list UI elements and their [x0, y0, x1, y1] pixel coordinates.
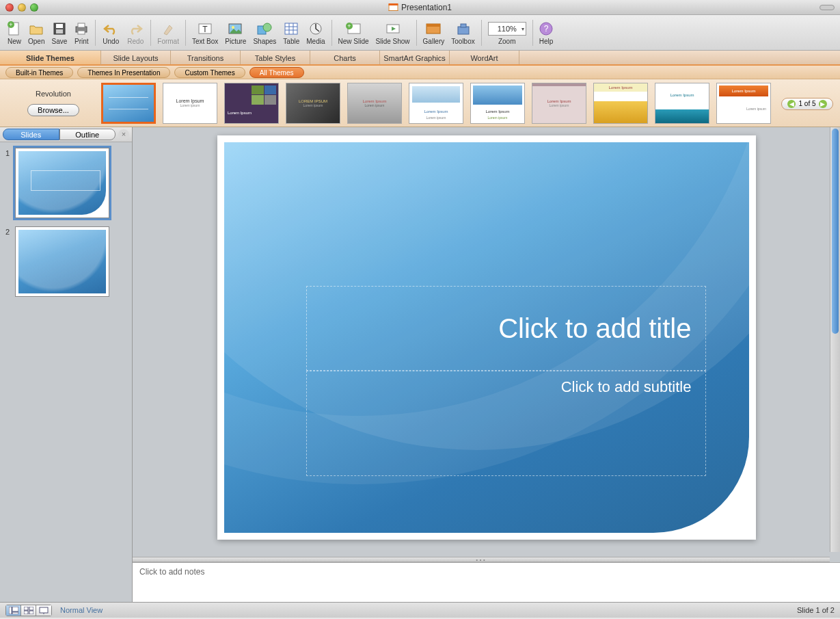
svg-rect-4 [56, 24, 63, 28]
theme-thumb-1[interactable]: Lorem IpsumLorem ipsum [163, 83, 217, 124]
main-toolbar: +New Open Save Print Undo Redo Format TT… [0, 15, 840, 51]
svg-point-14 [263, 23, 271, 31]
svg-text:?: ? [544, 24, 549, 34]
slides-outline-pane: Slides Outline × 1 2 [0, 127, 133, 602]
svg-text:+: + [347, 23, 351, 29]
svg-rect-8 [78, 31, 85, 34]
titlebar-pill-button[interactable] [819, 5, 835, 10]
svg-rect-34 [24, 607, 28, 610]
svg-text:+: + [9, 21, 12, 28]
close-window-button[interactable] [5, 3, 14, 12]
pane-tab-slides[interactable]: Slides [3, 129, 59, 140]
titlebar: Presentation1 [0, 0, 840, 15]
svg-rect-36 [24, 611, 28, 614]
view-sorter-button[interactable] [21, 605, 36, 616]
svg-rect-37 [29, 611, 33, 614]
new-slide-button[interactable]: +New Slide [335, 20, 372, 45]
svg-rect-33 [12, 612, 18, 614]
table-button[interactable]: Table [280, 20, 303, 45]
theme-thumb-6[interactable]: Lorem IpsumLorem ipsum [470, 83, 525, 124]
print-button[interactable]: Print [70, 20, 92, 45]
gallery-button[interactable]: Gallery [420, 20, 448, 45]
svg-point-12 [232, 26, 234, 29]
theme-subtabs: Built-in Themes Themes In Presentation C… [0, 66, 840, 79]
app-document-icon [388, 3, 398, 11]
theme-thumb-9[interactable]: Lorem Ipsum [655, 83, 709, 124]
slide-thumbnail-1[interactable]: 1 [5, 148, 126, 218]
theme-thumb-revolution[interactable] [101, 83, 156, 124]
slideshow-button[interactable]: Slide Show [372, 20, 414, 45]
shapes-button[interactable]: Shapes [249, 20, 280, 45]
ribbon-tabs: Slide Themes Slide Layouts Transitions T… [0, 51, 840, 66]
ribbon-tab-transitions[interactable]: Transitions [171, 51, 241, 64]
notes-pane[interactable]: Click to add notes [133, 562, 840, 602]
ribbon-tab-wordart[interactable]: WordArt [450, 51, 519, 64]
browse-themes-button[interactable]: Browse... [27, 104, 79, 116]
slide-counter: Slide 1 of 2 [797, 606, 835, 614]
svg-rect-27 [458, 27, 469, 34]
zoom-window-button[interactable] [30, 3, 38, 12]
theme-thumb-3[interactable]: LOREM IPSUMLorem ipsum [286, 83, 340, 124]
svg-rect-26 [426, 24, 440, 27]
ribbon-tab-table-styles[interactable]: Table Styles [241, 51, 310, 64]
media-button[interactable]: Media [303, 20, 328, 45]
ribbon-tab-smartart[interactable]: SmartArt Graphics [380, 51, 450, 64]
view-normal-button[interactable] [6, 605, 21, 616]
minimize-window-button[interactable] [18, 3, 26, 12]
svg-rect-5 [56, 29, 63, 34]
help-button[interactable]: ?Help [536, 20, 557, 45]
theme-thumb-2[interactable]: Lorem Ipsum [224, 83, 279, 124]
slide-canvas[interactable]: Click to add title Click to add subtitle [217, 135, 756, 540]
zoom-control[interactable]: 110%▾Zoom [485, 20, 530, 45]
svg-rect-7 [78, 23, 85, 27]
pane-close-button[interactable]: × [118, 129, 129, 140]
theme-pager[interactable]: ◀ 1 of 5 ▶ [781, 98, 832, 110]
theme-thumb-7[interactable]: Lorem IpsumLorem ipsum [532, 83, 586, 124]
view-label: Normal View [60, 606, 103, 614]
subtab-themes-in-presentation[interactable]: Themes In Presentation [77, 67, 170, 78]
vertical-scrollbar[interactable] [830, 127, 840, 552]
undo-button[interactable]: Undo [98, 20, 123, 45]
pager-prev-icon[interactable]: ◀ [787, 100, 796, 108]
picture-button[interactable]: Picture [221, 20, 249, 45]
subtab-custom-themes[interactable]: Custom Themes [174, 67, 245, 78]
title-placeholder[interactable]: Click to add title [306, 286, 706, 371]
theme-gallery: Revolution Browse... Lorem IpsumLorem ip… [0, 79, 840, 127]
svg-rect-35 [29, 607, 33, 610]
ribbon-tab-slide-layouts[interactable]: Slide Layouts [101, 51, 171, 64]
open-button[interactable]: Open [25, 20, 48, 45]
toolbox-button[interactable]: Toolbox [448, 20, 478, 45]
svg-rect-15 [285, 23, 297, 34]
theme-thumb-10[interactable]: Lorem IpsumLorem ipsum [716, 83, 771, 124]
theme-thumb-8[interactable]: Lorem Ipsum [593, 83, 648, 124]
subtab-builtin-themes[interactable]: Built-in Themes [5, 67, 73, 78]
theme-thumb-5[interactable]: Lorem IpsumLorem ipsum [409, 83, 463, 124]
svg-text:T: T [202, 25, 208, 34]
pager-next-icon[interactable]: ▶ [819, 100, 827, 108]
subtitle-placeholder[interactable]: Click to add subtitle [306, 371, 706, 476]
notes-splitter[interactable] [133, 557, 830, 562]
window-title: Presentation1 [401, 3, 452, 12]
save-button[interactable]: Save [48, 20, 70, 45]
theme-thumb-4[interactable]: Lorem IpsumLorem ipsum [347, 83, 402, 124]
svg-rect-32 [12, 607, 18, 611]
svg-rect-31 [9, 607, 12, 614]
status-bar: Normal View Slide 1 of 2 [0, 602, 840, 618]
slide-thumbnail-2[interactable]: 2 [5, 226, 126, 297]
pane-tab-outline[interactable]: Outline [59, 129, 116, 140]
view-slideshow-button[interactable] [36, 605, 51, 616]
current-theme-name: Revolution [5, 90, 101, 98]
ribbon-tab-slide-themes[interactable]: Slide Themes [0, 51, 101, 66]
textbox-button[interactable]: TText Box [189, 20, 221, 45]
new-button[interactable]: +New [4, 20, 25, 45]
ribbon-tab-charts[interactable]: Charts [310, 51, 380, 64]
svg-rect-38 [40, 607, 48, 613]
redo-button[interactable]: Redo [123, 20, 148, 45]
format-button[interactable]: Format [154, 20, 182, 45]
svg-rect-28 [461, 24, 466, 27]
subtab-all-themes[interactable]: All Themes [249, 67, 304, 78]
